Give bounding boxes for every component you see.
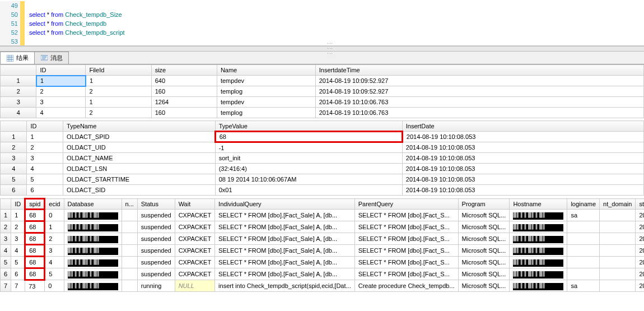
grid-cell[interactable]: tempdev [217,97,315,108]
row-header[interactable]: 1 [1,132,27,142]
row-header[interactable]: 4 [1,108,36,118]
grid-cell[interactable]: 68 [25,257,45,268]
row-header[interactable]: 6 [1,268,11,280]
code-line[interactable]: 49 [0,1,644,10]
table-row[interactable]: 33OLDACT_NAMEsort_init2014-08-19 10:10:0… [1,153,644,164]
grid-cell[interactable]: 2014 [636,257,644,268]
grid-cell[interactable]: running [137,280,175,292]
table-row[interactable]: 22681█▌▌▌█▌▌█▌suspendedCXPACKETSELECT * … [1,221,645,233]
results-grid-3[interactable]: IDspidecidDatabasen...StatusWaitIndividu… [0,198,644,292]
grid-cell[interactable]: 68 [25,221,45,233]
grid-cell[interactable]: 2014 [636,233,644,245]
grid-cell[interactable] [600,268,636,280]
column-header[interactable]: Status [137,199,175,210]
grid-cell[interactable]: █▌▌▌█▌▌█▌ [64,245,122,257]
grid-cell[interactable]: 640 [151,76,217,86]
grid-cell[interactable] [600,221,636,233]
grid-cell[interactable]: OLDACT_STARTTIME [63,174,216,185]
table-row[interactable]: 77730█▌▌▌█▌▌█▌runningNULLinsert into Che… [1,280,645,292]
code-line[interactable]: 51select * from Check_tempdb [0,19,644,28]
grid-cell[interactable]: 3 [36,97,86,108]
grid-cell[interactable]: 2014 [636,268,644,280]
grid-cell[interactable]: Microsoft SQL... [458,257,510,268]
column-header[interactable]: Program [458,199,510,210]
column-header[interactable]: start_ [636,199,644,210]
grid-cell[interactable]: 68 [215,132,402,142]
grid-cell[interactable]: suspended [137,233,175,245]
grid-cell[interactable]: templog [217,108,315,118]
grid-cell[interactable] [600,280,636,292]
table-row[interactable]: 44683█▌▌▌█▌▌█▌suspendedCXPACKETSELECT * … [1,245,645,257]
row-header[interactable]: 3 [1,233,11,245]
grid-cell[interactable]: 5 [11,257,25,268]
grid-cell[interactable]: 2 [86,108,151,118]
row-header[interactable]: 1 [1,210,11,221]
line-content[interactable] [25,1,29,10]
column-header[interactable]: size [151,65,217,76]
grid-cell[interactable]: 2 [27,142,63,153]
grid-cell[interactable]: █▌▌▌█▌▌█▌ [510,221,567,233]
grid-cell[interactable]: SELECT * FROM [dbo].[Fact_Sale] A, [db..… [215,268,355,280]
column-header[interactable]: Name [217,65,315,76]
grid-cell[interactable]: █▌▌▌█▌▌█▌ [510,210,567,221]
grid-cell[interactable]: 2 [86,86,151,97]
grid-cell[interactable]: sort_init [215,153,402,164]
column-header[interactable]: InsertdateTime [315,65,643,76]
grid-cell[interactable]: 2014 [636,210,644,221]
grid-cell[interactable]: 1264 [151,97,217,108]
grid-cell[interactable]: █▌▌▌█▌▌█▌ [64,268,122,280]
grid-cell[interactable]: CXPACKET [175,210,214,221]
column-header[interactable]: nt_domain [600,199,636,210]
grid-cell[interactable] [122,245,137,257]
grid-cell[interactable]: 1 [45,221,64,233]
grid-cell[interactable]: templog [217,86,315,97]
table-row[interactable]: 44OLDACT_LSN(32:416:4)2014-08-19 10:10:0… [1,164,644,174]
grid-cell[interactable]: 2 [36,86,86,97]
grid-cell[interactable] [600,257,636,268]
grid-cell[interactable]: 4 [36,108,86,118]
grid-cell[interactable]: OLDACT_UID [63,142,216,153]
grid-cell[interactable]: OLDACT_SID [63,185,216,196]
grid-cell[interactable] [600,245,636,257]
grid-cell[interactable]: 1 [86,76,151,86]
grid-cell[interactable]: CXPACKET [175,233,214,245]
table-row[interactable]: 11OLDACT_SPID682014-08-19 10:10:08.053 [1,132,644,142]
grid-cell[interactable]: sa [567,210,600,221]
grid-cell[interactable]: 2014 [636,245,644,257]
grid-cell[interactable]: 2014-08-19 10:10:06.763 [315,108,643,118]
grid-cell[interactable]: CXPACKET [175,268,214,280]
grid-cell[interactable] [567,245,600,257]
grid-cell[interactable]: Microsoft SQL... [458,268,510,280]
grid-cell[interactable]: suspended [137,210,175,221]
line-content[interactable]: select * from Check_tempdb_script [25,28,125,37]
grid-cell[interactable]: -1 [215,142,402,153]
grid-cell[interactable]: 2014-08-19 10:10:08.053 [402,153,643,164]
grid-cell[interactable]: OLDACT_NAME [63,153,216,164]
grid-cell[interactable]: 2 [11,221,25,233]
code-line[interactable]: 53 [0,37,644,46]
row-header[interactable]: 2 [1,142,27,153]
grid-cell[interactable]: █▌▌▌█▌▌█▌ [64,280,122,292]
grid-cell[interactable]: tempdev [217,76,315,86]
row-header[interactable]: 3 [1,97,36,108]
grid-cell[interactable]: SELECT * FROM [dbo].[Fact_Sale] A, [db..… [215,245,355,257]
grid-cell[interactable]: insert into Check_tempdb_script(spid,eci… [215,280,355,292]
line-content[interactable]: select * from Check_tempdb_Size [25,10,122,19]
grid-cell[interactable]: Microsoft SQL... [458,221,510,233]
grid-cell[interactable]: █▌▌▌█▌▌█▌ [510,268,567,280]
grid-cell[interactable]: 68 [25,268,45,280]
grid-cell[interactable]: SELECT * FROM [dbo].[Fact_S... [354,257,458,268]
grid-cell[interactable]: 1 [36,76,86,86]
code-line[interactable]: 52select * from Check_tempdb_script [0,28,644,37]
grid-cell[interactable]: 2014-08-19 10:10:08.053 [402,185,643,196]
grid-cell[interactable]: 2014-08-19 10:10:08.053 [402,174,643,185]
row-header[interactable]: 2 [1,221,11,233]
table-row[interactable]: 442160templog2014-08-19 10:10:06.763 [1,108,644,118]
grid-cell[interactable]: 2014 [636,221,644,233]
grid-cell[interactable]: █▌▌▌█▌▌█▌ [64,221,122,233]
results-grid-2[interactable]: IDTypeNameTypeValueInsertDate11OLDACT_SP… [0,120,644,196]
column-header[interactable]: loginame [567,199,600,210]
grid-cell[interactable]: 0 [45,280,64,292]
grid-cell[interactable]: 2014-08-19 10:09:52.927 [315,76,643,86]
grid-cell[interactable]: 0x01 [215,185,402,196]
